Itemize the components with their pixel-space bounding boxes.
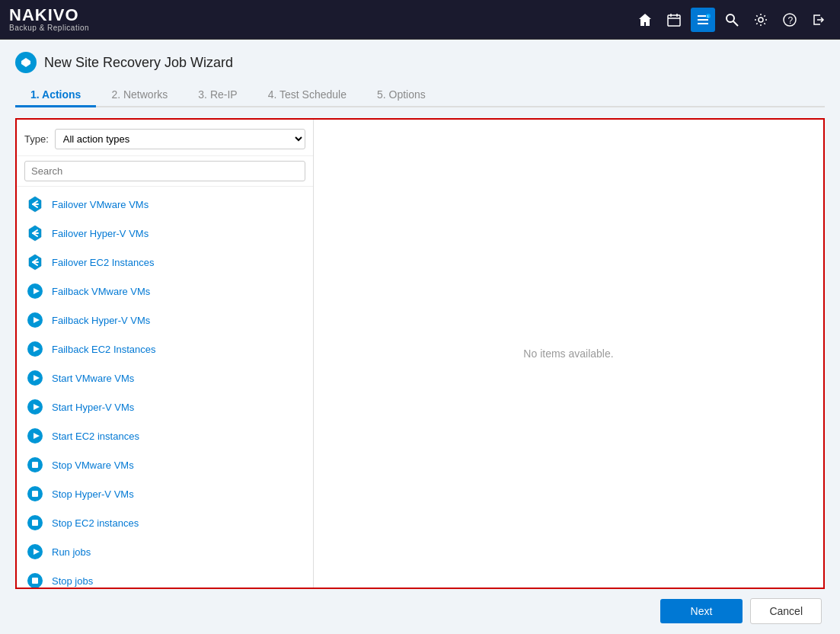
svg-rect-47 — [32, 578, 38, 584]
action-item[interactable]: Stop jobs — [17, 566, 313, 588]
navbar-icons: 1 ? — [633, 8, 831, 32]
action-label: Failover Hyper-V VMs — [52, 228, 149, 239]
svg-line-10 — [733, 21, 738, 26]
action-item[interactable]: Stop EC2 instances — [17, 508, 313, 537]
play-icon — [26, 398, 44, 416]
stop-icon — [26, 514, 44, 532]
tab-reip[interactable]: 3. Re-IP — [183, 84, 252, 107]
action-item[interactable]: Failover Hyper-V VMs — [17, 219, 313, 248]
action-label: Failover EC2 Instances — [52, 257, 154, 268]
action-label: Stop Hyper-V VMs — [52, 488, 134, 500]
action-item[interactable]: Failback VMware VMs — [17, 277, 313, 306]
right-panel: No items available. — [314, 120, 823, 588]
stop-icon — [26, 456, 44, 474]
action-label: Failback VMware VMs — [52, 286, 150, 297]
tab-networks[interactable]: 2. Networks — [96, 84, 183, 107]
search-icon[interactable] — [720, 8, 744, 32]
action-label: Failback Hyper-V VMs — [52, 315, 150, 326]
action-item[interactable]: Run jobs — [17, 537, 313, 566]
type-label: Type: — [24, 133, 49, 145]
tab-options[interactable]: 5. Options — [362, 84, 441, 107]
play-icon — [26, 282, 44, 300]
svg-rect-41 — [32, 491, 38, 497]
failover-icon — [26, 224, 44, 242]
main-content: ↺ New Site Recovery Job Wizard 1. Action… — [0, 40, 840, 634]
action-label: Failover VMware VMs — [52, 199, 149, 210]
svg-point-9 — [727, 14, 734, 22]
action-item[interactable]: Failover EC2 Instances — [17, 248, 313, 277]
no-items-text: No items available. — [523, 347, 613, 360]
action-item[interactable]: Failover VMware VMs — [17, 190, 313, 219]
svg-text:?: ? — [788, 15, 794, 26]
svg-rect-6 — [698, 23, 708, 24]
stop-icon — [26, 485, 44, 503]
app-subtitle: Backup & Replication — [9, 24, 89, 32]
tab-test-schedule[interactable]: 4. Test Schedule — [253, 84, 362, 107]
list-icon[interactable]: 1 — [691, 8, 715, 32]
action-item[interactable]: Start Hyper-V VMs — [17, 392, 313, 421]
svg-rect-43 — [32, 520, 38, 526]
navbar: NAKIVO Backup & Replication 1 ? — [0, 0, 840, 40]
action-item[interactable]: Start VMware VMs — [17, 363, 313, 392]
action-label: Start Hyper-V VMs — [52, 402, 134, 413]
type-row: Type: All action types Failover Failback… — [17, 120, 313, 156]
svg-point-11 — [759, 18, 763, 22]
action-label: Start VMware VMs — [52, 373, 134, 384]
panels: Type: All action types Failover Failback… — [15, 118, 825, 589]
failover-icon — [26, 195, 44, 213]
play-icon — [26, 427, 44, 445]
svg-rect-0 — [668, 15, 680, 26]
action-item[interactable]: Start EC2 instances — [17, 421, 313, 450]
action-label: Stop VMware VMs — [52, 459, 134, 471]
help-icon[interactable]: ? — [778, 8, 802, 32]
svg-rect-39 — [32, 462, 38, 468]
action-label: Failback EC2 Instances — [52, 344, 156, 355]
wizard-tabs: 1. Actions 2. Networks 3. Re-IP 4. Test … — [15, 84, 825, 107]
tab-actions[interactable]: 1. Actions — [15, 84, 96, 107]
action-list: Failover VMware VMs Failover Hyper-V VMs… — [17, 187, 313, 588]
wizard-icon: ↺ — [15, 52, 37, 73]
app-name: NAKIVO — [9, 7, 89, 24]
bottom-bar: Next Cancel — [15, 598, 825, 624]
action-item[interactable]: Stop Hyper-V VMs — [17, 479, 313, 508]
calendar-icon[interactable] — [662, 8, 686, 32]
play-icon — [26, 311, 44, 329]
action-label: Start EC2 instances — [52, 431, 139, 442]
search-row — [17, 156, 313, 187]
action-label: Stop jobs — [52, 575, 93, 587]
wizard-title: New Site Recovery Job Wizard — [44, 55, 233, 71]
action-item[interactable]: Failback Hyper-V VMs — [17, 306, 313, 335]
action-label: Run jobs — [52, 546, 91, 558]
failover-icon — [26, 253, 44, 271]
app-logo: NAKIVO Backup & Replication — [9, 7, 89, 32]
search-input[interactable] — [24, 161, 305, 181]
logout-icon[interactable] — [806, 8, 831, 32]
type-select[interactable]: All action types Failover Failback Start… — [55, 129, 305, 149]
action-item[interactable]: Stop VMware VMs — [17, 450, 313, 479]
play-icon — [26, 543, 44, 561]
action-item[interactable]: Failback EC2 Instances — [17, 335, 313, 363]
stop-icon — [26, 572, 44, 588]
play-icon — [26, 340, 44, 358]
next-button[interactable]: Next — [660, 599, 743, 623]
play-icon — [26, 369, 44, 387]
settings-icon[interactable] — [749, 8, 773, 32]
cancel-button[interactable]: Cancel — [750, 598, 822, 624]
home-icon[interactable] — [633, 8, 657, 32]
wizard-header: ↺ New Site Recovery Job Wizard — [15, 52, 825, 73]
left-panel: Type: All action types Failover Failback… — [17, 120, 314, 588]
action-label: Stop EC2 instances — [52, 517, 139, 529]
svg-text:↺: ↺ — [24, 60, 29, 66]
svg-rect-5 — [698, 19, 708, 21]
